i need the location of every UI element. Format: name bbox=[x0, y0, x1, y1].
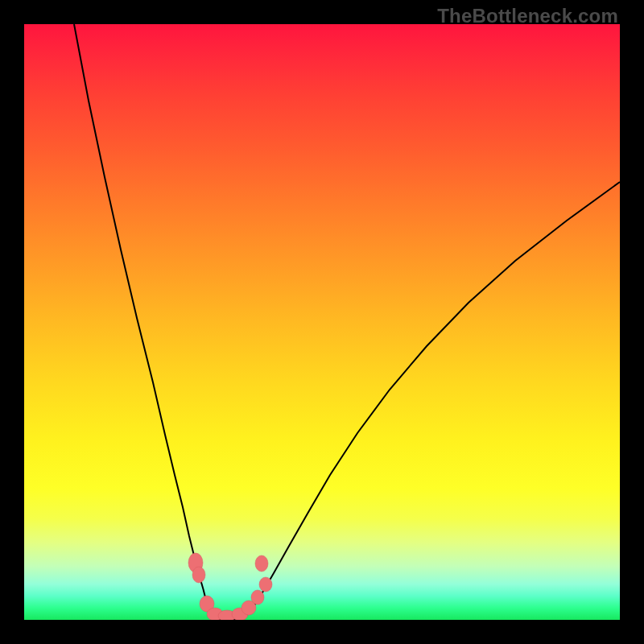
curve-marker-7 bbox=[251, 590, 264, 605]
curve-marker-1 bbox=[192, 567, 205, 583]
curve-marker-9 bbox=[255, 555, 268, 572]
curve-layer bbox=[24, 24, 620, 620]
watermark-text: TheBottleneck.com bbox=[437, 5, 618, 27]
chart-frame: TheBottleneck.com bbox=[0, 0, 644, 644]
curve-marker-8 bbox=[259, 577, 272, 592]
plot-area bbox=[24, 24, 620, 620]
bottleneck-curve bbox=[74, 24, 620, 620]
markers-group bbox=[188, 553, 272, 620]
